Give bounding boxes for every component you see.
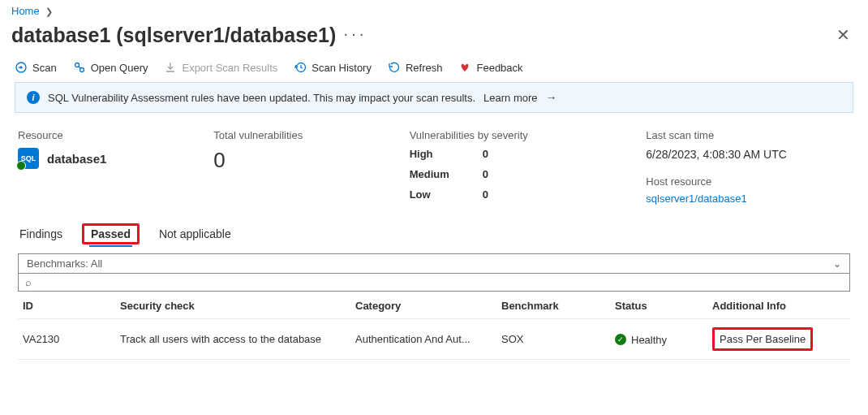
benchmarks-filter[interactable]: Benchmarks: All ⌄ bbox=[18, 253, 850, 274]
arrow-right-icon: → bbox=[546, 91, 557, 104]
severity-low-label: Low bbox=[410, 188, 483, 201]
breadcrumb: Home ❯ bbox=[0, 0, 868, 20]
severity-high-label: High bbox=[410, 148, 483, 160]
command-bar: Scan Open Query Export Scan Results Scan… bbox=[0, 56, 868, 82]
findings-table: ID Security check Category Benchmark Sta… bbox=[18, 292, 850, 360]
tabs: Findings Passed Not applicable bbox=[0, 219, 868, 245]
query-icon bbox=[73, 61, 86, 74]
chevron-right-icon: ❯ bbox=[45, 6, 53, 16]
host-resource-link[interactable]: sqlserver1/database1 bbox=[646, 192, 746, 205]
resource-label: Resource bbox=[18, 129, 181, 141]
col-additional-info[interactable]: Additional Info bbox=[707, 292, 850, 319]
summary-section: Resource SQL database1 Total vulnerabili… bbox=[0, 124, 868, 219]
svg-point-1 bbox=[75, 63, 79, 67]
download-icon bbox=[164, 61, 177, 74]
severity-low-value: 0 bbox=[483, 188, 515, 201]
cell-id: VA2130 bbox=[18, 319, 115, 360]
refresh-icon bbox=[388, 61, 401, 74]
sql-database-icon: SQL bbox=[18, 148, 39, 169]
col-benchmark[interactable]: Benchmark bbox=[496, 292, 610, 319]
tab-not-applicable[interactable]: Not applicable bbox=[157, 223, 233, 245]
info-icon: i bbox=[27, 91, 40, 104]
host-resource-label: Host resource bbox=[646, 175, 850, 188]
svg-line-3 bbox=[79, 67, 80, 68]
cell-check: Track all users with access to the datab… bbox=[115, 319, 350, 360]
search-icon: ⌕ bbox=[25, 276, 32, 288]
refresh-button[interactable]: Refresh bbox=[388, 61, 443, 74]
last-scan-value: 6/28/2023, 4:08:30 AM UTC bbox=[646, 148, 850, 161]
open-query-button[interactable]: Open Query bbox=[73, 61, 148, 74]
col-id[interactable]: ID bbox=[18, 292, 115, 319]
severity-high-value: 0 bbox=[483, 148, 515, 160]
table-row[interactable]: VA2130 Track all users with access to th… bbox=[18, 319, 850, 360]
info-banner: i SQL Vulnerability Assessment rules hav… bbox=[15, 82, 853, 113]
learn-more-link[interactable]: Learn more bbox=[483, 92, 537, 104]
col-security-check[interactable]: Security check bbox=[115, 292, 350, 319]
healthy-status-icon: ✓ bbox=[615, 334, 626, 345]
severity-medium-label: Medium bbox=[410, 168, 483, 180]
tab-passed[interactable]: Passed bbox=[89, 223, 132, 247]
total-vuln-label: Total vulnerabilities bbox=[213, 129, 376, 141]
severity-medium-value: 0 bbox=[483, 168, 515, 180]
breadcrumb-home-link[interactable]: Home bbox=[11, 5, 40, 17]
banner-text: SQL Vulnerability Assessment rules have … bbox=[48, 92, 475, 104]
total-vuln-value: 0 bbox=[213, 148, 376, 173]
export-scan-results-button: Export Scan Results bbox=[164, 61, 277, 74]
tab-findings[interactable]: Findings bbox=[18, 223, 64, 245]
svg-point-2 bbox=[79, 68, 84, 72]
cell-status: ✓ Healthy bbox=[610, 319, 707, 360]
search-input[interactable]: ⌕ bbox=[18, 274, 850, 292]
cell-benchmark: SOX bbox=[496, 319, 610, 360]
col-category[interactable]: Category bbox=[350, 292, 496, 319]
scan-button[interactable]: Scan bbox=[15, 61, 57, 74]
col-status[interactable]: Status bbox=[610, 292, 707, 319]
resource-name: database1 bbox=[47, 152, 106, 166]
scan-history-button[interactable]: Scan History bbox=[294, 61, 372, 74]
heart-icon bbox=[458, 61, 471, 74]
scan-icon bbox=[15, 61, 28, 74]
page-title: database1 (sqlserver1/database1) · · · bbox=[11, 24, 364, 47]
close-button[interactable]: ✕ bbox=[830, 22, 857, 48]
cell-category: Authentication And Aut... bbox=[350, 319, 496, 360]
more-actions-icon[interactable]: · · · bbox=[344, 28, 363, 41]
cell-additional-info: Pass Per Baseline bbox=[707, 319, 850, 360]
history-icon bbox=[294, 61, 307, 74]
highlight-passed-tab: Passed bbox=[82, 223, 140, 244]
highlight-additional-info: Pass Per Baseline bbox=[712, 327, 813, 351]
feedback-button[interactable]: Feedback bbox=[458, 61, 522, 74]
chevron-down-icon: ⌄ bbox=[833, 258, 841, 270]
last-scan-label: Last scan time bbox=[646, 129, 850, 141]
severity-label: Vulnerabilities by severity bbox=[410, 129, 614, 141]
